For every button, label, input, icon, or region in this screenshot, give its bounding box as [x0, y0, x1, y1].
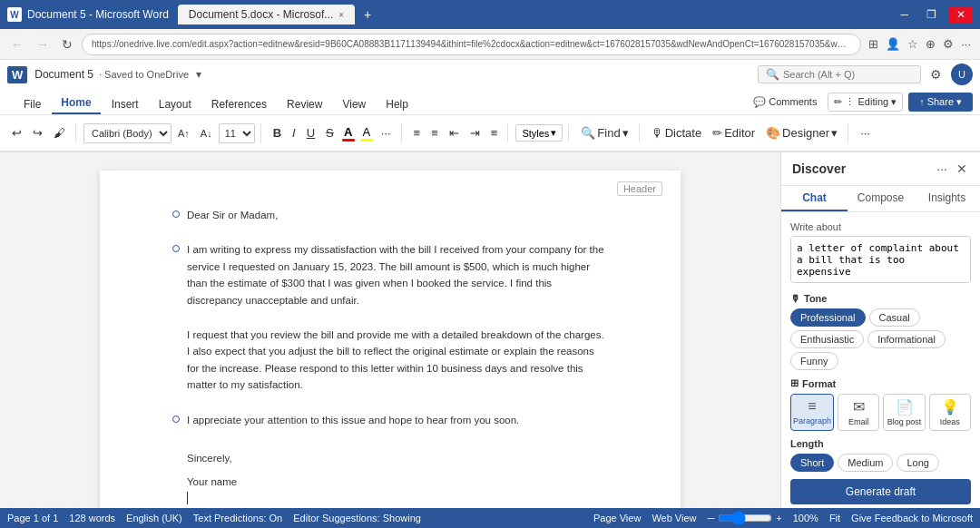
format-paragraph-button[interactable]: ≡ Paragraph — [790, 394, 834, 431]
more-toolbar-button[interactable]: ··· — [856, 123, 875, 142]
tab-insert[interactable]: Insert — [103, 94, 148, 114]
avatar[interactable]: U — [951, 64, 973, 85]
indent-decrease-button[interactable]: ⇤ — [445, 123, 464, 142]
format-ideas-button[interactable]: 💡 Ideas — [929, 394, 971, 431]
feedback-link[interactable]: Give Feedback to Microsoft — [851, 513, 973, 523]
refresh-button[interactable]: ↻ — [58, 35, 76, 54]
designer-button[interactable]: 🎨 Designer ▾ — [761, 123, 842, 142]
underline-button[interactable]: U — [302, 123, 319, 142]
redo-button[interactable]: ↪ — [28, 123, 47, 142]
profile-icon[interactable]: 👤 — [884, 35, 902, 53]
dictate-button[interactable]: 🎙 Dictate — [647, 123, 706, 142]
tab-layout[interactable]: Layout — [150, 94, 201, 114]
length-long-button[interactable]: Long — [897, 454, 938, 472]
strikethrough-button[interactable]: S — [321, 123, 338, 142]
highlight-color-button[interactable]: A — [358, 123, 375, 143]
editor-suggestions[interactable]: Editor Suggestions: Showing — [293, 513, 421, 523]
tab-help[interactable]: Help — [377, 94, 417, 114]
format-painter-button[interactable]: 🖌 — [49, 123, 70, 142]
generate-draft-button[interactable]: Generate draft — [790, 479, 971, 504]
more-icon[interactable]: ··· — [959, 35, 973, 53]
tab-insights[interactable]: Insights — [914, 186, 980, 211]
tab-references[interactable]: References — [202, 94, 276, 114]
tone-informational-button[interactable]: Informational — [867, 330, 946, 348]
tone-professional-button[interactable]: Professional — [790, 308, 866, 327]
tone-funny-button[interactable]: Funny — [790, 352, 838, 370]
font-family-select[interactable]: Calibri (Body) — [83, 123, 172, 143]
undo-button[interactable]: ↩ — [7, 123, 26, 142]
page-view-button[interactable]: Page View — [593, 513, 641, 523]
length-short-button[interactable]: Short — [790, 454, 834, 472]
font-size-select[interactable]: 11 — [219, 123, 255, 143]
text-predictions[interactable]: Text Predictions: On — [193, 513, 282, 523]
url-text: https://onedrive.live.com/edit.aspx?acti… — [92, 39, 851, 49]
settings-icon[interactable]: ⚙ — [941, 35, 956, 53]
document-area[interactable]: Header Dear Sir or Madam, I am writing t… — [0, 152, 780, 508]
back-button[interactable]: ← — [7, 35, 27, 54]
collections-icon[interactable]: ⊕ — [924, 35, 937, 53]
settings-icon[interactable]: ⚙ — [926, 65, 946, 83]
extensions-icon[interactable]: ⊞ — [867, 35, 880, 53]
favorites-icon[interactable]: ☆ — [906, 35, 920, 53]
zoom-in-icon[interactable]: + — [776, 513, 781, 523]
tone-casual-button[interactable]: Casual — [869, 308, 920, 327]
minimize-button[interactable]: ─ — [895, 6, 914, 23]
editor-button[interactable]: ✏ Editor — [708, 123, 760, 142]
font-size-increase-button[interactable]: A↑ — [173, 125, 194, 142]
search-input[interactable] — [783, 69, 913, 80]
close-tab-button[interactable]: × — [338, 10, 344, 20]
url-bar[interactable]: https://onedrive.live.com/edit.aspx?acti… — [82, 34, 861, 55]
sidebar-content: Write about a letter of complaint about … — [781, 212, 980, 508]
document-page[interactable]: Header Dear Sir or Madam, I am writing t… — [100, 171, 681, 508]
format-email-button[interactable]: ✉ Email — [838, 394, 879, 431]
add-tab-button[interactable]: + — [364, 7, 371, 22]
font-color-button[interactable]: A — [340, 123, 357, 143]
font-group: Calibri (Body) A↑ A↓ 11 — [83, 123, 261, 143]
italic-button[interactable]: I — [288, 123, 300, 142]
length-medium-button[interactable]: Medium — [838, 454, 893, 472]
styles-button[interactable]: Styles ▾ — [515, 124, 563, 142]
tab-file[interactable]: File — [15, 94, 50, 114]
format-blogpost-button[interactable]: 📄 Blog post — [883, 394, 925, 431]
share-button[interactable]: ↑ Share ▾ — [908, 93, 973, 112]
font-size-decrease-button[interactable]: A↓ — [196, 125, 217, 142]
bullets-button[interactable]: ≡ — [409, 123, 426, 142]
restore-button[interactable]: ❐ — [921, 6, 942, 23]
bullet-icon — [172, 210, 180, 218]
more-format-button[interactable]: ··· — [377, 123, 396, 142]
forward-button[interactable]: → — [33, 35, 53, 54]
justify-button[interactable]: ≡ — [486, 123, 503, 142]
close-button[interactable]: ✕ — [949, 6, 973, 23]
bold-button[interactable]: B — [269, 123, 286, 142]
title-bar: W Document 5 - Microsoft Word Document 5… — [0, 0, 980, 29]
editing-button[interactable]: ✏ ⋮ Editing ▾ — [828, 93, 903, 112]
zoom-slider[interactable] — [718, 511, 772, 525]
header-label: Header — [617, 181, 662, 196]
ribbon-actions: 💬 Comments ✏ ⋮ Editing ▾ ↑ Share ▾ — [748, 93, 973, 112]
sidebar-more-button[interactable]: ··· — [935, 160, 949, 178]
chevron-down-icon[interactable]: ▾ — [196, 68, 201, 81]
sidebar-header: Discover ··· ✕ — [781, 152, 980, 186]
tab-review[interactable]: Review — [278, 94, 331, 114]
tab-chat[interactable]: Chat — [781, 186, 848, 211]
comments-button[interactable]: 💬 Comments — [748, 93, 822, 111]
indent-increase-button[interactable]: ⇥ — [466, 123, 485, 142]
browser-tab[interactable]: Document 5.docx - Microsof... × — [178, 5, 355, 24]
length-options: Short Medium Long — [790, 454, 971, 472]
tab-home[interactable]: Home — [52, 93, 100, 114]
zoom-out-icon[interactable]: ─ — [708, 513, 715, 523]
sidebar-close-button[interactable]: ✕ — [955, 160, 969, 178]
language[interactable]: English (UK) — [126, 513, 182, 523]
find-button[interactable]: 🔍 Find ▾ — [576, 123, 632, 142]
write-about-textarea[interactable]: a letter of complaint about a bill that … — [790, 236, 971, 283]
tab-view[interactable]: View — [333, 94, 375, 114]
tone-enthusiastic-button[interactable]: Enthusiastic — [790, 330, 864, 348]
designer-icon: 🎨 — [766, 126, 780, 140]
salutation-text: Dear Sir or Madam, — [187, 207, 278, 223]
web-view-button[interactable]: Web View — [652, 513, 696, 523]
zoom-level[interactable]: 100% — [793, 513, 818, 523]
fit-button[interactable]: Fit — [829, 513, 840, 523]
tab-compose[interactable]: Compose — [848, 186, 914, 211]
word-count[interactable]: 128 words — [69, 513, 115, 523]
numbered-list-button[interactable]: ≡ — [426, 123, 443, 142]
